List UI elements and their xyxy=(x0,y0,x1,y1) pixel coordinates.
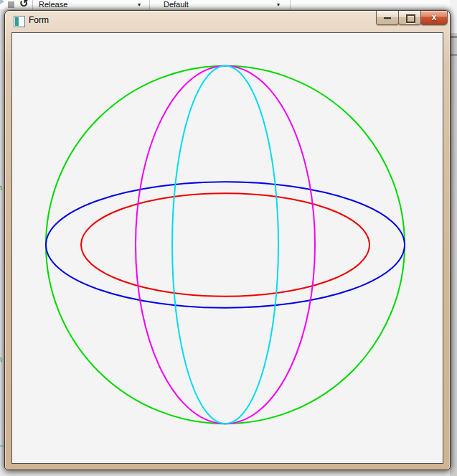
green-circle xyxy=(46,66,405,424)
scrollbar-top xyxy=(450,0,457,33)
close-icon: x xyxy=(421,12,447,22)
scrollbar-mark xyxy=(450,36,457,38)
magenta-ellipse xyxy=(136,66,315,424)
maximize-icon xyxy=(406,14,415,23)
title-bar[interactable]: Form x xyxy=(5,11,450,32)
run-config-combobox[interactable]: Default ▾ xyxy=(158,0,287,9)
close-button[interactable]: x xyxy=(420,11,448,25)
minimize-button[interactable] xyxy=(376,11,399,25)
reload-icon[interactable]: ↺ xyxy=(19,0,29,9)
toolbar-separator xyxy=(290,0,291,9)
minimize-icon xyxy=(384,17,391,19)
scrollbar-mark xyxy=(450,54,457,56)
form-window-icon xyxy=(14,16,25,27)
editor-text-fragment: n xyxy=(0,355,2,363)
chevron-down-icon: ▾ xyxy=(138,0,141,9)
editor-line-fragment xyxy=(0,445,4,447)
editor-text-fragment: n xyxy=(0,184,2,192)
cyan-ellipse xyxy=(172,66,278,424)
stop-icon[interactable] xyxy=(8,1,14,8)
window-controls: x xyxy=(377,11,448,25)
maximize-button[interactable] xyxy=(398,11,421,25)
run-config-value: Default xyxy=(164,0,189,9)
form-window: Form x xyxy=(4,10,451,470)
run-icon[interactable] xyxy=(0,0,4,6)
ide-toolbar: ↺ Release ▾ Default ▾ xyxy=(0,0,450,9)
blue-ellipse xyxy=(46,182,405,307)
paint-canvas xyxy=(11,32,443,464)
ellipses-drawing xyxy=(12,33,443,463)
red-ellipse xyxy=(81,193,369,297)
build-config-value: Release xyxy=(39,0,67,9)
chevron-down-icon: ▾ xyxy=(277,0,280,9)
toolbar-separator xyxy=(149,0,150,9)
build-config-combobox[interactable]: Release ▾ xyxy=(33,0,148,9)
window-title: Form xyxy=(29,15,49,25)
ide-scrollbar[interactable] xyxy=(450,0,457,476)
